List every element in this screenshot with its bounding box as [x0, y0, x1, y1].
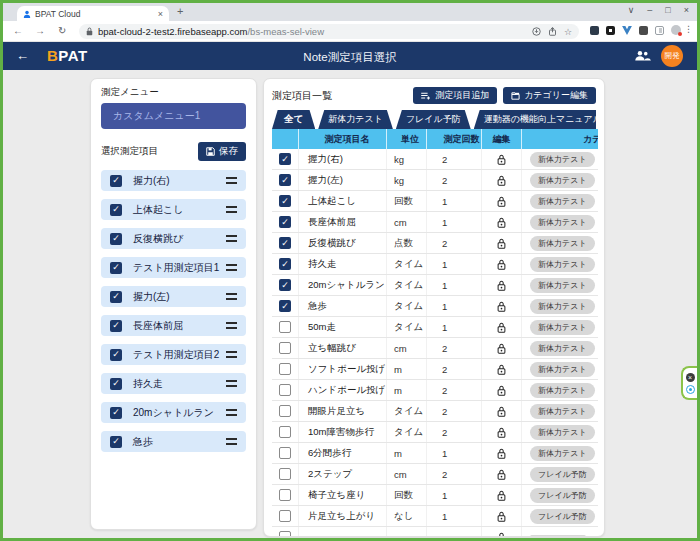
maximize-icon[interactable]: □: [665, 5, 670, 15]
custom-menu-button[interactable]: カスタムメニュー1: [101, 103, 246, 129]
row-checkbox[interactable]: ✓: [279, 216, 291, 228]
table-row[interactable]: [272, 527, 598, 537]
category-tab[interactable]: フレイル予防: [396, 110, 471, 129]
row-checkbox[interactable]: ✓: [279, 237, 291, 249]
add-measurement-button[interactable]: 測定項目追加: [413, 87, 497, 104]
dev-badge[interactable]: 開発: [661, 45, 683, 67]
drag-handle-icon[interactable]: [226, 409, 237, 416]
selected-item[interactable]: ✓ 急歩: [101, 431, 246, 452]
extensions-puzzle-icon[interactable]: [639, 26, 648, 35]
minimize-icon[interactable]: –: [647, 5, 652, 15]
table-row[interactable]: 6分間歩行 m 1 新体力テスト: [272, 443, 598, 464]
row-checkbox[interactable]: ✓: [279, 300, 291, 312]
item-checkbox[interactable]: ✓: [110, 291, 122, 303]
drag-handle-icon[interactable]: [226, 380, 237, 387]
people-icon[interactable]: [634, 50, 651, 61]
selected-item[interactable]: ✓ 上体起こし: [101, 199, 246, 220]
selected-item[interactable]: ✓ 反復横跳び: [101, 228, 246, 249]
table-row[interactable]: ✓ 急歩 タイム 1 新体力テスト: [272, 296, 598, 317]
drag-handle-icon[interactable]: [226, 351, 237, 358]
table-row[interactable]: 椅子立ち座り 回数 1 フレイル予防: [272, 485, 598, 506]
reload-icon[interactable]: ↻: [58, 25, 66, 36]
table-row[interactable]: ソフトボール投げ m 2 新体力テスト: [272, 359, 598, 380]
table-row[interactable]: ✓ 反復横跳び 点数 2 新体力テスト: [272, 233, 598, 254]
forward-icon[interactable]: →: [35, 25, 45, 36]
item-checkbox[interactable]: ✓: [110, 407, 122, 419]
bookmark-star-icon[interactable]: ☆: [564, 27, 572, 37]
row-checkbox[interactable]: ✓: [279, 174, 291, 186]
back-icon[interactable]: ←: [13, 25, 23, 36]
category-tab[interactable]: 全て: [272, 110, 315, 129]
row-checkbox[interactable]: ✓: [279, 153, 291, 165]
profile-avatar-icon[interactable]: [671, 25, 681, 35]
share-icon[interactable]: [548, 27, 557, 36]
table-row[interactable]: ✓ 握力(右) kg 2 新体力テスト: [272, 149, 598, 170]
extension-icon-1[interactable]: [590, 26, 599, 35]
extension-v-icon[interactable]: [622, 26, 632, 35]
drag-handle-icon[interactable]: [226, 322, 237, 329]
selected-item[interactable]: ✓ 長座体前屈: [101, 315, 246, 336]
item-checkbox[interactable]: ✓: [110, 262, 122, 274]
selected-item[interactable]: ✓ テスト用測定項目1: [101, 257, 246, 278]
row-checkbox[interactable]: ✓: [279, 195, 291, 207]
selected-item[interactable]: ✓ 握力(右): [101, 170, 246, 191]
widget-close-icon[interactable]: ×: [686, 373, 695, 382]
drag-handle-icon[interactable]: [226, 177, 237, 184]
table-row[interactable]: 立ち幅跳び cm 2 新体力テスト: [272, 338, 598, 359]
row-checkbox[interactable]: [279, 531, 291, 537]
close-tab-icon[interactable]: ×: [158, 9, 163, 19]
selected-item[interactable]: ✓ 持久走: [101, 373, 246, 394]
row-checkbox[interactable]: [279, 405, 291, 417]
extension-icon-2[interactable]: [606, 26, 615, 35]
item-checkbox[interactable]: ✓: [110, 378, 122, 390]
drag-handle-icon[interactable]: [226, 264, 237, 271]
table-row[interactable]: ✓ 長座体前屈 cm 1 新体力テスト: [272, 212, 598, 233]
item-checkbox[interactable]: ✓: [110, 436, 122, 448]
install-app-icon[interactable]: [532, 27, 541, 36]
row-checkbox[interactable]: [279, 342, 291, 354]
table-row[interactable]: 50m走 タイム 1 新体力テスト: [272, 317, 598, 338]
new-tab-button[interactable]: +: [177, 5, 183, 17]
drag-handle-icon[interactable]: [226, 206, 237, 213]
row-checkbox[interactable]: ✓: [279, 279, 291, 291]
category-tab[interactable]: 新体力テスト: [318, 110, 393, 129]
table-row[interactable]: 片足立ち上がり なし 1 フレイル予防: [272, 506, 598, 527]
drag-handle-icon[interactable]: [226, 438, 237, 445]
item-checkbox[interactable]: ✓: [110, 320, 122, 332]
browser-tab[interactable]: BPAT Cloud ×: [17, 6, 169, 21]
save-button[interactable]: 保存: [198, 142, 246, 161]
edit-category-button[interactable]: カテゴリー編集: [503, 87, 596, 104]
item-checkbox[interactable]: ✓: [110, 233, 122, 245]
table-row[interactable]: ハンドボール投げ m 2 新体力テスト: [272, 380, 598, 401]
row-checkbox[interactable]: [279, 489, 291, 501]
browser-menu-icon[interactable]: ⋮: [684, 24, 693, 34]
row-checkbox[interactable]: [279, 447, 291, 459]
table-row[interactable]: 10m障害物歩行 タイム 2 新体力テスト: [272, 422, 598, 443]
table-row[interactable]: ✓ 20mシャトルラン タイム 1 新体力テスト: [272, 275, 598, 296]
side-panel-icon[interactable]: [655, 26, 664, 35]
widget-record-icon[interactable]: [686, 385, 695, 394]
table-row[interactable]: 開眼片足立ち タイム 2 新体力テスト: [272, 401, 598, 422]
row-checkbox[interactable]: [279, 510, 291, 522]
item-checkbox[interactable]: ✓: [110, 175, 122, 187]
table-row[interactable]: 2ステップ cm 2 フレイル予防: [272, 464, 598, 485]
chevron-down-icon[interactable]: ∨: [628, 5, 635, 15]
row-checkbox[interactable]: [279, 363, 291, 375]
table-row[interactable]: ✓ 上体起こし 回数 1 新体力テスト: [272, 191, 598, 212]
table-row[interactable]: ✓ 持久走 タイム 1 新体力テスト: [272, 254, 598, 275]
row-checkbox[interactable]: [279, 426, 291, 438]
row-checkbox[interactable]: [279, 468, 291, 480]
item-checkbox[interactable]: ✓: [110, 204, 122, 216]
drag-handle-icon[interactable]: [226, 293, 237, 300]
row-checkbox[interactable]: [279, 321, 291, 333]
address-bar[interactable]: bpat-cloud-2-test2.firebaseapp.com/bs-me…: [79, 24, 579, 39]
row-checkbox[interactable]: [279, 384, 291, 396]
category-tab[interactable]: 運動器の機能向上マニュアル: [474, 110, 596, 129]
close-window-icon[interactable]: ×: [684, 5, 689, 15]
selected-item[interactable]: ✓ 20mシャトルラン: [101, 402, 246, 423]
drag-handle-icon[interactable]: [226, 235, 237, 242]
selected-item[interactable]: ✓ 握力(左): [101, 286, 246, 307]
selected-item[interactable]: ✓ テスト用測定項目2: [101, 344, 246, 365]
row-checkbox[interactable]: ✓: [279, 258, 291, 270]
item-checkbox[interactable]: ✓: [110, 349, 122, 361]
